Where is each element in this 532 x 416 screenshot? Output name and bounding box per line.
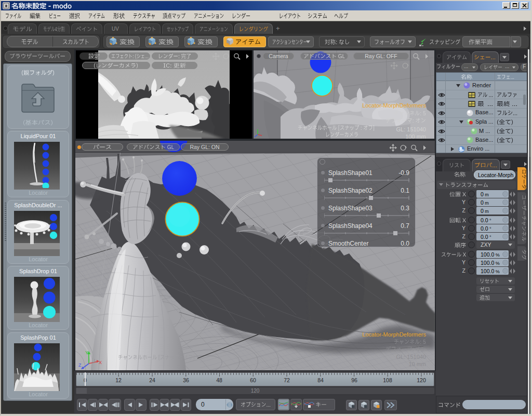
svg-text:Z: Z	[78, 363, 82, 368]
svg-text:Y: Y	[85, 350, 88, 355]
svg-text:X: X	[99, 360, 102, 365]
